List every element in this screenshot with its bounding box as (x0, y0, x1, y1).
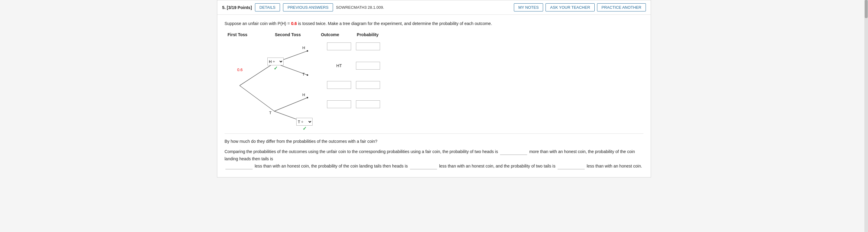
branch-label-06: 0.6 (237, 67, 243, 72)
outcome-th-input[interactable] (327, 81, 351, 89)
second-h-label-1: H (302, 45, 305, 50)
outcome-hh-input[interactable] (327, 42, 351, 50)
h-checkmark: ✓ (274, 65, 278, 71)
col-header-second: Second Toss (264, 32, 312, 37)
svg-line-1 (240, 86, 274, 111)
outcomes-probs: HT (327, 39, 380, 108)
row-hh (327, 42, 380, 50)
second-t-select-container: T ÷ H ✓ (296, 118, 313, 131)
col-header-outcome: Outcome (312, 32, 348, 37)
practice-another-button[interactable]: PRACTICE ANOTHER (597, 3, 646, 11)
details-button[interactable]: DETAILS (255, 3, 280, 11)
compare-text-1: Comparing the probabilities of the outco… (224, 149, 498, 154)
header-left: 5. [3/19 Points] DETAILS PREVIOUS ANSWER… (222, 3, 511, 11)
first-t-label: T (269, 110, 272, 115)
row-th (327, 81, 380, 89)
prob-tt-input[interactable] (356, 100, 380, 108)
t-checkmark: ✓ (303, 126, 307, 131)
outcome-tt-input[interactable] (327, 100, 351, 108)
compare-text-5: less than with an honest coin. (587, 164, 642, 168)
problem-text: Suppose an unfair coin with P(H) = 0.6 i… (224, 20, 644, 27)
row-tt (327, 100, 380, 108)
header-right: MY NOTES ASK YOUR TEACHER PRACTICE ANOTH… (514, 3, 646, 11)
compare-input-4[interactable] (558, 163, 585, 169)
column-headers: First Toss Second Toss Outcome Probabili… (224, 32, 644, 37)
scroll-thumb[interactable] (865, 0, 868, 18)
header-bar: 5. [3/19 Points] DETAILS PREVIOUS ANSWER… (217, 0, 651, 15)
first-h-select[interactable]: H ÷ T (267, 58, 284, 65)
col-header-first: First Toss (227, 32, 264, 37)
bottom-question: By how much do they differ from the prob… (224, 138, 644, 145)
compare-text-4: less than with an honest coin, and the p… (439, 164, 555, 168)
bottom-section: By how much do they differ from the prob… (224, 133, 644, 170)
second-h-label-2: H (302, 93, 305, 97)
second-t-label-1: T (302, 72, 305, 76)
content-area: Suppose an unfair coin with P(H) = 0.6 i… (217, 15, 651, 177)
svg-point-7 (307, 74, 308, 76)
prob-hh-input[interactable] (356, 42, 380, 50)
problem-text-after: is tossed twice. Make a tree diagram for… (298, 21, 492, 26)
compare-input-3[interactable] (410, 163, 437, 169)
ask-teacher-button[interactable]: ASK YOUR TEACHER (546, 3, 594, 11)
prob-value: 0.6 (291, 21, 297, 26)
previous-answers-button[interactable]: PREVIOUS ANSWERS (283, 3, 333, 11)
tree-diagram: 0.6 H ÷ T ✓ T H T (224, 39, 327, 132)
first-h-select-container: H ÷ T ✓ (267, 58, 284, 71)
compare-input-1[interactable] (500, 149, 527, 155)
source-label: SOWRECMATH3 28.1.009. (336, 5, 384, 10)
prob-th-input[interactable] (356, 81, 380, 89)
my-notes-button[interactable]: MY NOTES (514, 3, 544, 11)
svg-line-4 (274, 98, 307, 111)
compare-input-2[interactable] (225, 163, 253, 169)
compare-text-3: less than with an honest coin, the proba… (255, 164, 408, 168)
outcome-ht-label: HT (327, 63, 351, 68)
prob-ht-input[interactable] (356, 62, 380, 70)
svg-point-8 (307, 97, 308, 99)
question-label: 5. [3/19 Points] (222, 5, 252, 10)
diagram-main: 0.6 H ÷ T ✓ T H T (224, 39, 644, 132)
problem-text-before: Suppose an unfair coin with P(H) = (224, 21, 290, 26)
diagram-section: First Toss Second Toss Outcome Probabili… (224, 32, 644, 132)
second-t-select[interactable]: T ÷ H (296, 118, 313, 126)
row-ht: HT (327, 62, 380, 70)
svg-point-6 (307, 50, 308, 52)
scrollbar[interactable] (864, 0, 868, 177)
col-header-prob: Probability (348, 32, 387, 37)
compare-paragraph: Comparing the probabilities of the outco… (224, 148, 644, 170)
